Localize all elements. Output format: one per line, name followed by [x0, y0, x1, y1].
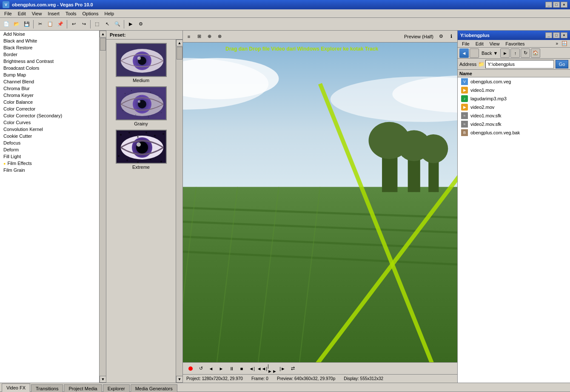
refresh-btn[interactable]: ↻ — [521, 48, 530, 58]
properties-btn[interactable]: ⚙ — [136, 20, 145, 29]
effect-black-white[interactable]: Black and White — [0, 37, 99, 44]
copy-btn[interactable]: 📋 — [46, 20, 55, 29]
minimize-btn[interactable]: _ — [545, 2, 552, 8]
go-end-btn[interactable]: |► — [278, 364, 287, 373]
close-btn[interactable]: × — [561, 2, 567, 8]
menu-tools[interactable]: Tools — [63, 10, 79, 17]
cut-btn[interactable]: ✂ — [35, 20, 45, 29]
zoom-btn[interactable]: 🔍 — [113, 20, 122, 29]
fp-minimize-btn[interactable]: _ — [545, 32, 552, 38]
prev-event-btn[interactable]: ◄◄| — [258, 364, 266, 373]
scroll-up[interactable]: ▲ — [100, 31, 106, 37]
save-btn[interactable]: 💾 — [22, 20, 31, 29]
effect-color-curves[interactable]: Color Curves — [0, 119, 99, 126]
back-label[interactable]: Back ▼ — [480, 51, 499, 56]
loop-region-btn[interactable]: ⇄ — [288, 364, 297, 373]
effect-color-corrector[interactable]: Color Corrector — [0, 105, 99, 112]
cursor-btn[interactable]: ↖ — [103, 20, 112, 29]
menu-view[interactable]: View — [29, 10, 45, 17]
undo-btn[interactable]: ↩ — [69, 20, 78, 29]
menu-help[interactable]: Help — [102, 10, 117, 17]
file-item-sfk2[interactable]: ≈ video2.mov.sfk — [458, 120, 570, 128]
maximize-btn[interactable]: □ — [553, 2, 560, 8]
effect-chroma-blur[interactable]: Chroma Blur — [0, 85, 99, 92]
effect-defocus[interactable]: Defocus — [0, 139, 99, 146]
paste-btn[interactable]: 📌 — [56, 20, 65, 29]
fp-maximize-btn[interactable]: □ — [553, 32, 560, 38]
open-btn[interactable]: 📂 — [12, 20, 21, 29]
effect-brightness-contrast[interactable]: Brightness and Contrast — [0, 58, 99, 65]
preset-grainy[interactable]: Grainy — [116, 86, 167, 126]
preset-scroll-up[interactable]: ▲ — [176, 40, 182, 46]
effect-broadcast-colors[interactable]: Broadcast Colors — [0, 65, 99, 71]
file-item-bak[interactable]: B obengplus.com.veg.bak — [458, 128, 570, 137]
stop-btn[interactable]: ⏸ — [227, 364, 236, 373]
effect-border[interactable]: Border — [0, 51, 99, 58]
menu-options[interactable]: Options — [80, 10, 101, 17]
effect-chroma-keyer[interactable]: Chroma Keyer — [0, 92, 99, 99]
go-btn[interactable]: Go — [556, 60, 568, 68]
file-item-mp3[interactable]: ♪ lagudarimp3.mp3 — [458, 94, 570, 103]
prev-frame-btn[interactable]: ◄ — [207, 364, 215, 373]
rec-btn[interactable] — [186, 364, 195, 373]
scroll-down[interactable]: ▼ — [100, 376, 106, 383]
preview-label[interactable]: Preview (Half) — [402, 34, 435, 39]
effect-color-corrector-secondary[interactable]: Color Corrector (Secondary) — [0, 112, 99, 119]
scroll-thumb[interactable] — [100, 38, 106, 51]
effect-add-noise[interactable]: Add Noise — [0, 31, 99, 37]
preset-scroll-thumb[interactable] — [177, 47, 182, 60]
preset-medium[interactable]: Medium — [116, 43, 167, 83]
menu-edit[interactable]: Edit — [15, 10, 28, 17]
go-start-btn[interactable]: ◄| — [248, 364, 256, 373]
preview-zoom-btn[interactable]: ⊕ — [205, 32, 214, 41]
loop-btn[interactable]: ↺ — [197, 364, 205, 373]
redo-btn[interactable]: ↪ — [79, 20, 88, 29]
preset-scrollbar[interactable]: ▲ ▼ — [176, 40, 182, 383]
menu-insert[interactable]: Insert — [45, 10, 62, 17]
preview-settings-btn[interactable]: ⚙ — [437, 32, 445, 41]
effect-film-effects[interactable]: Film Effects — [0, 160, 99, 167]
preset-scroll-track[interactable] — [176, 46, 182, 376]
effect-color-balance[interactable]: Color Balance — [0, 99, 99, 105]
next-frame-btn[interactable]: ■ — [237, 364, 246, 373]
effect-film-grain[interactable]: Film Grain — [0, 167, 99, 173]
effect-channel-blend[interactable]: Channel Blend — [0, 78, 99, 85]
home-btn[interactable]: 🏠 — [531, 48, 540, 58]
select-btn[interactable]: ⬚ — [92, 20, 102, 29]
tab-explorer[interactable]: Explorer — [103, 384, 130, 392]
menu-file[interactable]: File — [2, 10, 14, 17]
back-btn[interactable]: ◄ — [459, 48, 469, 58]
tab-project-media[interactable]: Project Media — [64, 384, 102, 392]
preset-scroll-down[interactable]: ▼ — [176, 376, 182, 383]
tab-video-fx[interactable]: Video FX — [2, 383, 30, 392]
effect-fill-light[interactable]: Fill Light — [0, 153, 99, 160]
preview-split-btn[interactable]: ⊞ — [195, 32, 203, 41]
scroll-track[interactable] — [100, 37, 106, 376]
preset-extreme[interactable]: Extreme — [116, 130, 167, 170]
file-item-veg[interactable]: V obengplus.com.veg — [458, 77, 570, 86]
fp-menu-view[interactable]: View — [487, 40, 502, 47]
fp-close-btn[interactable]: × — [561, 32, 567, 38]
effect-convolution-kernel[interactable]: Convolution Kernel — [0, 126, 99, 133]
file-item-video1[interactable]: ▶ video1.mov — [458, 86, 570, 94]
fp-menu-file[interactable]: File — [459, 40, 472, 47]
fp-menu-favorites[interactable]: Favorites — [503, 40, 527, 47]
forward-btn[interactable]: ► — [500, 48, 510, 58]
up-btn[interactable]: ↑ — [510, 48, 520, 58]
tab-media-generators[interactable]: Media Generators — [131, 384, 177, 392]
new-btn[interactable]: 📄 — [2, 20, 11, 29]
tab-transitions[interactable]: Transitions — [31, 384, 63, 392]
effect-black-restore[interactable]: Black Restore — [0, 44, 99, 51]
file-item-sfk1[interactable]: ≈ video1.mov.sfk — [458, 111, 570, 120]
address-input[interactable] — [485, 60, 554, 68]
effect-bump-map[interactable]: Bump Map — [0, 71, 99, 78]
preview-menu-btn[interactable]: ≡ — [185, 32, 193, 41]
preview-info-btn[interactable]: ℹ — [447, 32, 456, 41]
effect-cookie-cutter[interactable]: Cookie Cutter — [0, 133, 99, 139]
back-btn-2[interactable] — [470, 48, 479, 58]
render-btn[interactable]: ▶ — [126, 20, 135, 29]
next-event-btn[interactable]: |►► — [268, 364, 276, 373]
fp-menu-edit[interactable]: Edit — [473, 40, 486, 47]
effects-scrollbar[interactable]: ▲ ▼ — [99, 31, 106, 383]
file-item-video2[interactable]: ▶ video2.mov — [458, 103, 570, 111]
